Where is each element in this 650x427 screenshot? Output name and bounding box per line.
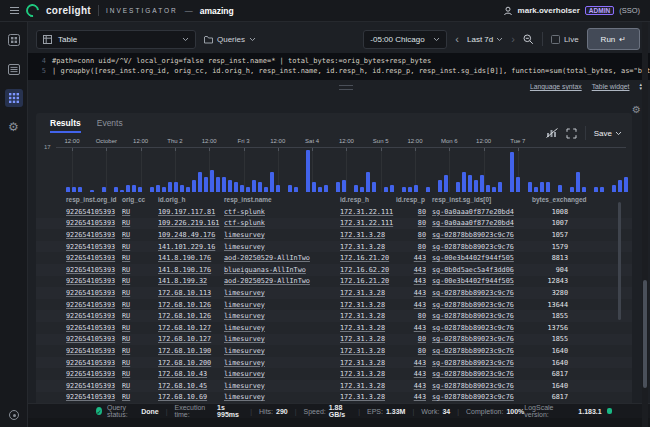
table-cell[interactable]: RU [122,231,158,239]
cell-value-link[interactable]: 172.16.21.20 [340,277,389,285]
cell-value-link[interactable]: 922654105393 [66,289,115,297]
table-cell[interactable]: 172.31.3.28 [340,359,396,367]
language-syntax-link[interactable]: Language syntax [530,83,582,90]
table-cell[interactable]: limesurvey [224,312,340,320]
table-cell[interactable]: 141.101.229.16 [158,243,224,251]
table-cell[interactable]: 80 [396,347,432,355]
cell-value-link[interactable]: sg-00e3b4402f944f505 [432,254,514,262]
table-cell[interactable]: 109.197.117.81 [158,208,224,216]
column-header[interactable]: resp_inst.sg_ids[0] [432,196,532,203]
cell-value-link[interactable]: limesurvey [224,301,265,309]
table-cell[interactable]: 172.68.10.190 [158,347,224,355]
cell-value-link[interactable]: 922654105393 [66,324,115,332]
table-cell[interactable]: 922654105393 [66,359,122,367]
column-header[interactable]: id.orig_h [158,196,224,203]
cell-value-link[interactable]: sg-02878bb89023c9c76 [432,324,514,332]
cell-value-link[interactable]: 172.31.3.28 [340,393,385,401]
table-cell[interactable]: 172.68.10.113 [158,289,224,297]
table-cell[interactable]: 443 [396,393,432,401]
table-cell[interactable]: RU [122,208,158,216]
table-cell[interactable]: 172.31.3.28 [340,370,396,378]
table-cell[interactable]: 443 [396,254,432,262]
table-cell[interactable]: 922654105393 [66,243,122,251]
cell-value-link[interactable]: sg-02878bb89023c9c76 [432,359,514,367]
table-cell[interactable]: sg-02878bb89023c9c76 [432,312,532,320]
username[interactable]: mark.overholser [518,6,580,15]
table-cell[interactable]: 109.248.49.176 [158,231,224,239]
cell-value-link[interactable]: sg-02878bb89023c9c76 [432,289,514,297]
cell-value-link[interactable]: 172.31.3.28 [340,370,385,378]
table-cell[interactable]: limesurvey [224,359,340,367]
table-cell[interactable]: 443 [396,324,432,332]
cell-value-link[interactable]: 80 [418,347,426,355]
table-cell[interactable]: sg-0a0aaa0f877e20bd4 [432,208,532,216]
table-cell[interactable]: limesurvey [224,347,340,355]
table-cell[interactable]: 443 [396,370,432,378]
cell-value-link[interactable]: 172.68.10.45 [158,382,207,390]
table-cell[interactable]: 80 [396,219,432,227]
cell-value-link[interactable]: 172.31.3.28 [340,243,385,251]
table-cell[interactable]: 172.68.10.127 [158,324,224,332]
table-cell[interactable]: 80 [396,312,432,320]
table-cell[interactable]: 172.31.3.28 [340,324,396,332]
table-cell[interactable]: RU [122,219,158,227]
table-cell[interactable]: 172.68.10.43 [158,370,224,378]
time-forward-arrow[interactable]: › [511,34,515,44]
table-cell[interactable]: RU [122,324,158,332]
table-cell[interactable]: 172.31.3.28 [340,393,396,401]
hamburger-menu-icon[interactable] [10,7,19,14]
cell-value-link[interactable]: 172.68.10.127 [158,324,211,332]
cell-value-link[interactable]: RU [122,208,130,216]
table-cell[interactable]: 922654105393 [66,254,122,262]
cell-value-link[interactable]: aod-20250529-AllInTwo [224,277,310,285]
cell-value-link[interactable]: RU [122,266,130,274]
table-cell[interactable]: sg-02878bb89023c9c76 [432,243,532,251]
cell-value-link[interactable]: 172.31.3.28 [340,359,385,367]
cell-value-link[interactable]: 172.31.3.28 [340,324,385,332]
cell-value-link[interactable]: limesurvey [224,382,265,390]
cell-value-link[interactable]: sg-02878bb89023c9c76 [432,301,514,309]
table-scrollbar[interactable] [618,202,621,320]
table-cell[interactable]: 141.8.199.32 [158,277,224,285]
cell-value-link[interactable]: blueiguanas-AllInTwo [224,266,306,274]
cell-value-link[interactable]: aod-20250529-AllInTwo [224,254,310,262]
cell-value-link[interactable]: 172.68.10.126 [158,301,211,309]
cell-value-link[interactable]: 922654105393 [66,266,115,274]
cell-value-link[interactable]: limesurvey [224,393,265,401]
cell-value-link[interactable]: 141.101.229.16 [158,243,215,251]
table-cell[interactable]: sg-02878bb89023c9c76 [432,347,532,355]
cell-value-link[interactable]: limesurvey [224,289,265,297]
cell-value-link[interactable]: sg-0a0aaa0f877e20bd4 [432,208,514,216]
cell-value-link[interactable]: sg-00e3b4402f944f505 [432,277,514,285]
table-cell[interactable]: RU [122,370,158,378]
cell-value-link[interactable]: RU [122,347,130,355]
table-cell[interactable]: 443 [396,277,432,285]
table-cell[interactable]: 80 [396,335,432,343]
table-cell[interactable]: 922654105393 [66,208,122,216]
timezone-select[interactable]: -05:00 Chicago [363,30,447,49]
table-cell[interactable]: 172.68.10.69 [158,393,224,401]
table-cell[interactable]: sg-0b0d5aec5a4f3dd06 [432,266,532,274]
table-cell[interactable]: 172.31.3.28 [340,301,396,309]
table-cell[interactable]: limesurvey [224,393,340,401]
cell-value-link[interactable]: 922654105393 [66,208,115,216]
table-cell[interactable]: sg-02878bb89023c9c76 [432,301,532,309]
table-cell[interactable]: sg-02878bb89023c9c76 [432,370,532,378]
table-cell[interactable]: 172.31.3.28 [340,243,396,251]
cell-value-link[interactable]: 172.31.3.28 [340,312,385,320]
table-cell[interactable]: 443 [396,359,432,367]
table-cell[interactable]: 172.68.10.127 [158,335,224,343]
view-type-select[interactable]: Table [36,30,196,49]
table-cell[interactable]: RU [122,382,158,390]
cell-value-link[interactable]: 922654105393 [66,335,115,343]
time-back-arrow[interactable]: ‹ [455,34,459,44]
cell-value-link[interactable]: RU [122,324,130,332]
cell-value-link[interactable]: 141.8.199.32 [158,277,207,285]
table-cell[interactable]: 80 [396,208,432,216]
table-cell[interactable]: 172.31.3.28 [340,347,396,355]
cell-value-link[interactable]: 443 [414,324,426,332]
table-cell[interactable]: RU [122,289,158,297]
cell-value-link[interactable]: 172.31.3.28 [340,301,385,309]
cell-value-link[interactable]: 172.31.3.28 [340,231,385,239]
table-cell[interactable]: limesurvey [224,231,340,239]
